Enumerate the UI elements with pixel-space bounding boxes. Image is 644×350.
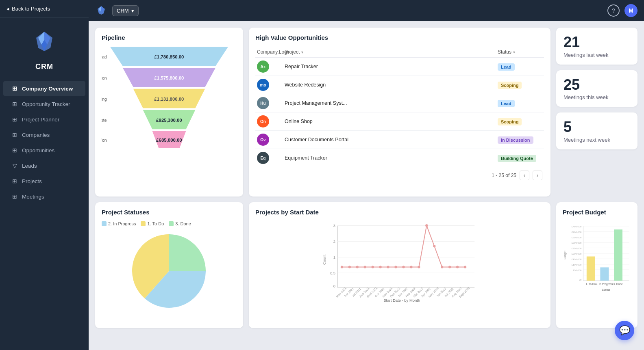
- svg-text:Lead: Lead: [102, 55, 107, 59]
- hvo-status: Building Quote: [498, 154, 542, 162]
- sidebar-item-projects[interactable]: ⊞ Projects: [3, 174, 85, 188]
- sidebar-item-label: Leads: [22, 163, 37, 169]
- opportunities-icon: ⊞: [11, 147, 18, 153]
- svg-text:£50,000: £50,000: [573, 269, 582, 272]
- svg-point-34: [341, 266, 343, 268]
- user-avatar[interactable]: M: [624, 4, 637, 17]
- prev-page-button[interactable]: ‹: [520, 171, 529, 180]
- hvo-status: Lead: [498, 99, 542, 107]
- svg-text:In Discussion: In Discussion: [102, 76, 107, 80]
- project-budget-title: Project Budget: [563, 209, 631, 216]
- dropdown-arrow-icon: ▾: [131, 8, 134, 14]
- legend-dot-done: [169, 221, 174, 226]
- stat-card-meetings-this-week: 25 Meetings this week: [556, 70, 637, 107]
- svg-text:0: 0: [333, 284, 335, 288]
- crm-label: CRM: [117, 8, 129, 14]
- sidebar-item-label: Meetings: [22, 194, 44, 200]
- sidebar-item-leads[interactable]: ▽ Leads: [3, 158, 85, 173]
- svg-point-48: [448, 266, 451, 268]
- legend-dot-in-progress: [102, 221, 107, 226]
- hvo-title: High Value Opportunities: [255, 34, 544, 41]
- svg-point-38: [372, 266, 374, 268]
- hvo-logo: Hu: [257, 97, 281, 109]
- stat-label: Meetings last week: [564, 52, 630, 58]
- high-value-opportunities-card: High Value Opportunities Company.Logo ▾ …: [249, 28, 550, 197]
- back-to-projects-button[interactable]: ◂ Back to Projects: [0, 0, 89, 18]
- svg-text:£250,000: £250,000: [572, 247, 582, 250]
- col-status-label: Status: [498, 49, 511, 55]
- pie-svg: [128, 230, 210, 311]
- main-content: CRM ▾ ? M Pipeline £1,780,850.00 £1,575,…: [89, 0, 644, 350]
- funnel-chart: £1,780,850.00 £1,575,800.00 £1,131,800.0…: [102, 47, 237, 156]
- sidebar: ◂ Back to Projects CRM ⊞ Company Overvie…: [0, 0, 89, 350]
- svg-text:£400,000: £400,000: [572, 231, 582, 233]
- sidebar-item-label: Company Overview: [22, 86, 73, 92]
- svg-text:Building Quote: Building Quote: [102, 118, 107, 123]
- sidebar-item-opportunities[interactable]: ⊞ Opportunities: [3, 143, 85, 158]
- next-page-button[interactable]: ›: [533, 171, 542, 180]
- sidebar-item-companies[interactable]: ⊞ Companies: [3, 127, 85, 142]
- svg-text:£685,000.00: £685,000.00: [156, 138, 182, 143]
- svg-point-46: [433, 245, 435, 247]
- pie-chart: [102, 230, 237, 311]
- hvo-logo: On: [257, 115, 281, 127]
- funnel-svg: £1,780,850.00 £1,575,800.00 £1,131,800.0…: [102, 47, 237, 156]
- project-statuses-card: Project Statuses 2. In Progress 1. To Do…: [95, 202, 243, 328]
- svg-text:Count: Count: [322, 255, 326, 265]
- svg-point-36: [356, 266, 359, 268]
- hvo-col-status[interactable]: Status ▾: [498, 49, 542, 55]
- svg-text:£1,575,800.00: £1,575,800.00: [154, 76, 184, 80]
- crm-dropdown[interactable]: CRM ▾: [112, 5, 139, 16]
- svg-text:Status: Status: [602, 288, 611, 292]
- hvo-table-header: Company.Logo ▾ Project ▾ Status ▾: [255, 47, 544, 58]
- bar-to-do: [587, 257, 595, 281]
- hvo-pagination: 1 - 25 of 25 ‹ ›: [255, 167, 544, 180]
- stat-number: 5: [564, 119, 630, 135]
- avatar-label: M: [629, 7, 633, 14]
- sidebar-item-project-planner[interactable]: ⊞ Project Planner: [3, 112, 85, 127]
- sidebar-item-meetings[interactable]: ⊞ Meetings: [3, 189, 85, 204]
- hvo-logo: Ax: [257, 60, 281, 73]
- help-button[interactable]: ?: [607, 4, 620, 17]
- back-arrow-icon: ◂: [7, 6, 9, 12]
- svg-text:2. In Progress: 2. In Progress: [596, 283, 613, 286]
- hvo-status: In Discussion: [498, 136, 542, 144]
- svg-text:£200,000: £200,000: [572, 253, 582, 255]
- bar-in-progress: [600, 268, 609, 281]
- projects-by-date-card: Projects by Start Date 3 2 1 0.5 0: [249, 202, 550, 328]
- svg-text:£450,000: £450,000: [572, 225, 582, 228]
- project-statuses-title: Project Statuses: [102, 209, 237, 216]
- hvo-col-logo[interactable]: Company.Logo ▾: [257, 49, 281, 55]
- col-project-arrow-icon: ▾: [301, 50, 303, 54]
- project-planner-icon: ⊞: [11, 116, 18, 123]
- dashboard-content: Pipeline £1,780,850.00 £1,575,800.00 £1,…: [89, 21, 644, 350]
- svg-point-41: [394, 266, 397, 268]
- sidebar-item-company-overview[interactable]: ⊞ Company Overview: [3, 81, 85, 96]
- hvo-status: Lead: [498, 63, 542, 71]
- svg-point-37: [364, 266, 366, 268]
- hvo-row: Eq Equipment Tracker Building Quote: [255, 149, 544, 167]
- company-overview-icon: ⊞: [11, 85, 18, 92]
- sidebar-item-opportunity-tracker[interactable]: ⊞ Opportunity Tracker: [3, 97, 85, 111]
- stat-card-meetings-next-week: 5 Meetings next week: [556, 112, 637, 149]
- opportunity-tracker-icon: ⊞: [11, 101, 18, 107]
- svg-text:2: 2: [333, 239, 335, 244]
- leads-icon: ▽: [11, 162, 18, 169]
- svg-text:£100,000: £100,000: [572, 264, 582, 266]
- svg-text:Scoping: Scoping: [102, 97, 107, 102]
- sidebar-item-label: Companies: [22, 132, 50, 138]
- meetings-icon: ⊞: [11, 193, 18, 200]
- hvo-row: Ov Customer Documents Portal In Discussi…: [255, 131, 544, 149]
- pagination-text: 1 - 25 of 25: [492, 173, 516, 178]
- hvo-col-project[interactable]: Project ▾: [285, 49, 494, 55]
- hvo-logo: Eq: [257, 152, 281, 164]
- svg-text:£350,000: £350,000: [572, 236, 582, 239]
- svg-point-45: [425, 225, 428, 227]
- hvo-row: On Online Shop Scoping: [255, 112, 544, 131]
- svg-text:£0: £0: [579, 279, 582, 281]
- svg-point-40: [387, 266, 389, 268]
- chat-button[interactable]: 💬: [615, 321, 634, 340]
- bar-chart-svg: £450,000 £400,000 £350,000 £300,000 £250…: [563, 221, 631, 302]
- svg-text:3. Done: 3. Done: [613, 283, 623, 285]
- hvo-status: Scoping: [498, 118, 542, 125]
